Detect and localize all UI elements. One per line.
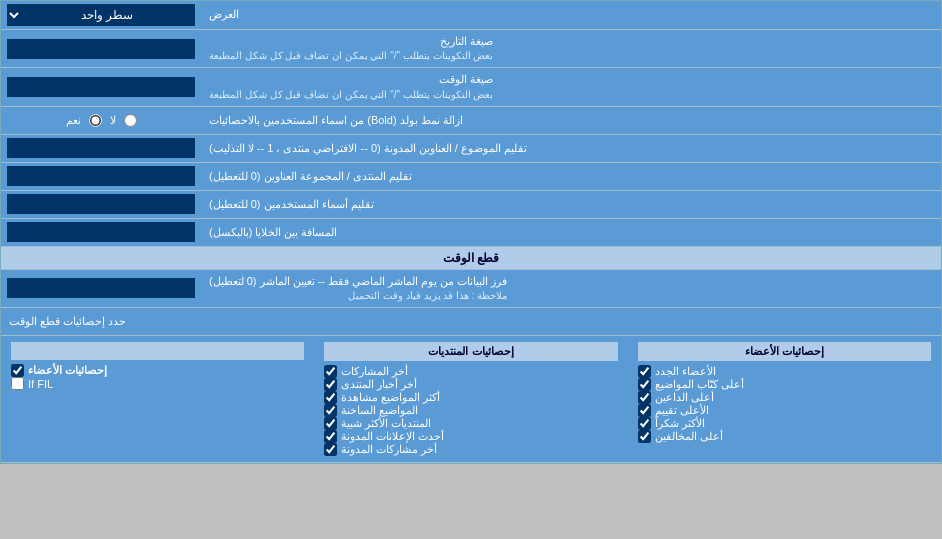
checkbox-b1: أخر المشاركات (324, 365, 617, 378)
cell-padding-label: المسافة بين الخلايا (بالبكسل) (201, 219, 941, 246)
cell-padding-row: المسافة بين الخلايا (بالبكسل) 2 (1, 219, 941, 247)
checkbox-b4: المواضيع الساخنة (324, 404, 617, 417)
checkbox-a6-input[interactable] (638, 430, 651, 443)
cell-padding-input-wrap: 2 (1, 219, 201, 246)
bold-remove-input-wrap: نعم لا (1, 107, 201, 134)
date-format-label: صيغة التاريخ بعض التكوينات يتطلب "/" الت… (201, 30, 941, 67)
realtime-filter-label: فرز البيانات من يوم الماشر الماضي فقط --… (201, 270, 941, 307)
subject-order-row: تقليم الموضوع / العناوين المدونة (0 -- ا… (1, 135, 941, 163)
bold-remove-row: ازالة نمط بولد (Bold) من اسماء المستخدمي… (1, 107, 941, 135)
checkbox-b2: أخر أخبار المنتدى (324, 378, 617, 391)
forum-order-label: تقليم المنتدى / المجموعة العناوين (0 للت… (201, 163, 941, 190)
realtime-filter-input[interactable]: 0 (7, 278, 195, 298)
checkbox-a3: أعلى الداعين (638, 391, 931, 404)
realtime-section-header: قطع الوقت (1, 247, 941, 270)
realtime-filter-row: فرز البيانات من يوم الماشر الماضي فقط --… (1, 270, 941, 308)
main-container: العرض سطر واحد سطران صيغة التاريخ بعض ال… (0, 0, 942, 464)
radio-no[interactable] (124, 114, 137, 127)
checkbox-b6-input[interactable] (324, 430, 337, 443)
date-format-input-wrap: d-m (1, 30, 201, 67)
date-format-input[interactable]: d-m (7, 39, 195, 59)
username-trim-input-wrap: 0 (1, 191, 201, 218)
radio-yes-label: نعم (66, 114, 81, 127)
checkbox-b1-input[interactable] (324, 365, 337, 378)
checkbox-a5-input[interactable] (638, 417, 651, 430)
radio-yes[interactable] (89, 114, 102, 127)
checkbox-c2: If FIL (11, 377, 304, 390)
col3-header: إحصائيات الأعضاء الأعضاء الجدد أعلى كتّا… (638, 342, 931, 456)
date-format-row: صيغة التاريخ بعض التكوينات يتطلب "/" الت… (1, 30, 941, 68)
checkbox-b4-input[interactable] (324, 404, 337, 417)
forum-order-input[interactable]: 33 (7, 166, 195, 186)
checkbox-c1-input[interactable] (11, 364, 24, 377)
col2-wrap: إحصائيات المنتديات أخر المشاركات أخر أخب… (324, 342, 617, 456)
subject-order-label: تقليم الموضوع / العناوين المدونة (0 -- ا… (201, 135, 941, 162)
checkbox-b6: أحدث الإعلانات المدونة (324, 430, 617, 443)
checkbox-b7-input[interactable] (324, 443, 337, 456)
checkbox-b2-input[interactable] (324, 378, 337, 391)
subject-order-input-wrap: 33 (1, 135, 201, 162)
forum-order-row: تقليم المنتدى / المجموعة العناوين (0 للت… (1, 163, 941, 191)
time-format-input[interactable]: H:i (7, 77, 195, 97)
checkbox-a5: الأكثر شكراً (638, 417, 931, 430)
checkbox-b5: المنتديات الأكثر شبية (324, 417, 617, 430)
bold-radio-group: نعم لا (58, 114, 145, 127)
checkbox-c1: إحصائيات الأعضاء (11, 364, 304, 377)
stats-section-label: حدد إحصائيات قطع الوقت (1, 308, 941, 335)
checkbox-a2: أعلى كتّاب المواضيع (638, 378, 931, 391)
time-format-label: صيغة الوقت بعض التكوينات يتطلب "/" التي … (201, 68, 941, 105)
checkbox-b3-input[interactable] (324, 391, 337, 404)
checkbox-c2-input[interactable] (11, 377, 24, 390)
checkbox-a6: أعلى المخالفين (638, 430, 931, 443)
checkbox-a4-input[interactable] (638, 404, 651, 417)
time-format-input-wrap: H:i (1, 68, 201, 105)
time-format-row: صيغة الوقت بعض التكوينات يتطلب "/" التي … (1, 68, 941, 106)
checkbox-a1-input[interactable] (638, 365, 651, 378)
checkbox-a1: الأعضاء الجدد (638, 365, 931, 378)
checkbox-b3: أكثر المواضيع مشاهدة (324, 391, 617, 404)
single-line-input-wrap: سطر واحد سطران (1, 1, 201, 29)
stats-section-row: حدد إحصائيات قطع الوقت (1, 308, 941, 336)
forum-order-input-wrap: 33 (1, 163, 201, 190)
subject-order-input[interactable]: 33 (7, 138, 195, 158)
checkboxes-section: إحصائيات الأعضاء الأعضاء الجدد أعلى كتّا… (1, 336, 941, 463)
realtime-filter-input-wrap: 0 (1, 270, 201, 307)
col1-wrap: إحصائيات الأعضاء If FIL (11, 342, 304, 456)
col3-header-label: إحصائيات الأعضاء (638, 342, 931, 361)
checkbox-a4: الأعلى تقييم (638, 404, 931, 417)
col2-header-label: إحصائيات المنتديات (324, 342, 617, 361)
col1-header-label (11, 342, 304, 360)
checkbox-b5-input[interactable] (324, 417, 337, 430)
radio-no-label: لا (110, 114, 116, 127)
username-trim-row: تقليم أسماء المستخدمين (0 للتعطيل) 0 (1, 191, 941, 219)
username-trim-input[interactable]: 0 (7, 194, 195, 214)
checkbox-a2-input[interactable] (638, 378, 651, 391)
checkbox-b7: أخر مشاركات المدونة (324, 443, 617, 456)
display-title-text: العرض (209, 7, 239, 22)
checkbox-a3-input[interactable] (638, 391, 651, 404)
cell-padding-input[interactable]: 2 (7, 222, 195, 242)
display-row: العرض سطر واحد سطران (1, 1, 941, 30)
username-trim-label: تقليم أسماء المستخدمين (0 للتعطيل) (201, 191, 941, 218)
bold-remove-label: ازالة نمط بولد (Bold) من اسماء المستخدمي… (201, 107, 941, 134)
display-label: العرض (201, 1, 941, 29)
single-line-select[interactable]: سطر واحد سطران (7, 4, 195, 26)
